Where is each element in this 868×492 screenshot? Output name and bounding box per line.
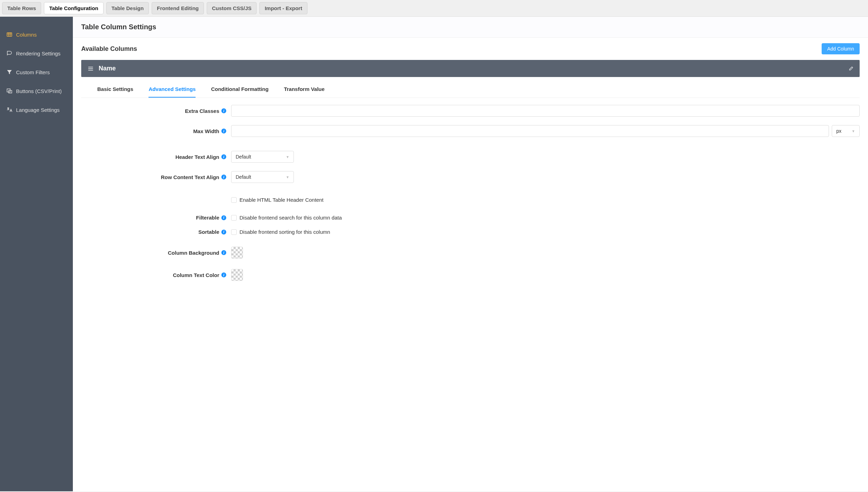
info-icon[interactable]: i (221, 154, 226, 159)
tab-frontend-editing[interactable]: Frontend Editing (152, 2, 204, 14)
row-align-select[interactable]: Default ▼ (231, 171, 294, 183)
chevron-down-icon: ▼ (286, 175, 289, 179)
sidebar-item-rendering[interactable]: Rendering Settings (0, 44, 73, 63)
main-content: Table Column Settings Available Columns … (73, 17, 868, 491)
column-text-color-picker[interactable] (231, 269, 243, 281)
sortable-checkbox[interactable] (231, 229, 237, 235)
add-column-button[interactable]: Add Column (822, 43, 860, 54)
info-icon[interactable]: i (221, 250, 226, 255)
sidebar-item-label: Language Settings (16, 107, 60, 113)
info-icon[interactable]: i (221, 108, 226, 113)
table-icon (6, 31, 13, 38)
extra-classes-label: Extra Classes (185, 108, 219, 114)
sidebar-item-label: Rendering Settings (16, 51, 61, 56)
filter-icon (6, 69, 13, 75)
inner-tabs: Basic Settings Advanced Settings Conditi… (81, 86, 860, 98)
row-align-label: Row Content Text Align (161, 174, 219, 180)
sortable-check-label: Disable frontend sorting for this column (239, 229, 330, 235)
top-tabs: Table Rows Table Configuration Table Des… (0, 0, 868, 17)
sidebar-item-label: Buttons (CSV/Print) (16, 88, 62, 94)
advanced-settings-form: Extra Classes i Max Width i px ▼ (73, 98, 868, 303)
enable-html-label: Enable HTML Table Header Content (239, 197, 323, 203)
sortable-label: Sortable (198, 229, 219, 235)
edit-icon[interactable] (848, 66, 853, 71)
enable-html-checkbox[interactable] (231, 197, 237, 203)
header-align-value: Default (236, 154, 251, 160)
info-icon[interactable]: i (221, 230, 226, 235)
sidebar-item-buttons[interactable]: Buttons (CSV/Print) (0, 82, 73, 100)
sidebar-item-label: Columns (16, 32, 37, 38)
max-width-input[interactable] (231, 125, 829, 137)
column-bg-color-picker[interactable] (231, 247, 243, 259)
filterable-checkbox[interactable] (231, 215, 237, 221)
sidebar-item-language[interactable]: Language Settings (0, 100, 73, 119)
inner-tab-conditional[interactable]: Conditional Formatting (211, 86, 268, 98)
section-title: Available Columns (81, 45, 137, 53)
tab-import-export[interactable]: Import - Export (259, 2, 307, 14)
sidebar: Columns Rendering Settings Custom Filter… (0, 17, 73, 491)
inner-tab-transform[interactable]: Transform Value (284, 86, 325, 98)
tab-custom-css-js[interactable]: Custom CSS/JS (207, 2, 257, 14)
column-bg-label: Column Background (168, 250, 219, 256)
tab-table-design[interactable]: Table Design (106, 2, 149, 14)
sidebar-item-columns[interactable]: Columns (0, 25, 73, 44)
language-icon (6, 107, 13, 113)
svg-rect-0 (7, 33, 12, 37)
page-title: Table Column Settings (73, 17, 868, 38)
max-width-unit-select[interactable]: px ▼ (832, 125, 860, 137)
info-icon[interactable]: i (221, 175, 226, 179)
filterable-check-label: Disable frontend search for this column … (239, 215, 342, 221)
column-header-bar[interactable]: Name (81, 60, 860, 77)
tab-table-rows[interactable]: Table Rows (2, 2, 41, 14)
header-align-select[interactable]: Default ▼ (231, 151, 294, 163)
inner-tab-basic[interactable]: Basic Settings (97, 86, 133, 98)
export-icon (6, 88, 13, 94)
render-icon (6, 50, 13, 56)
row-align-value: Default (236, 174, 251, 180)
column-name: Name (99, 65, 116, 72)
drag-handle-icon[interactable] (87, 66, 94, 72)
inner-tab-advanced[interactable]: Advanced Settings (149, 86, 196, 98)
chevron-down-icon: ▼ (286, 155, 289, 159)
tab-table-configuration[interactable]: Table Configuration (44, 2, 104, 14)
info-icon[interactable]: i (221, 215, 226, 220)
extra-classes-input[interactable] (231, 105, 860, 117)
filterable-label: Filterable (196, 215, 219, 221)
sidebar-item-label: Custom Filters (16, 69, 50, 75)
info-icon[interactable]: i (221, 272, 226, 277)
max-width-label: Max Width (193, 128, 219, 134)
sidebar-item-filters[interactable]: Custom Filters (0, 63, 73, 82)
header-align-label: Header Text Align (175, 154, 219, 160)
info-icon[interactable]: i (221, 129, 226, 133)
unit-value: px (836, 128, 842, 134)
chevron-down-icon: ▼ (852, 129, 855, 133)
column-color-label: Column Text Color (173, 272, 219, 278)
